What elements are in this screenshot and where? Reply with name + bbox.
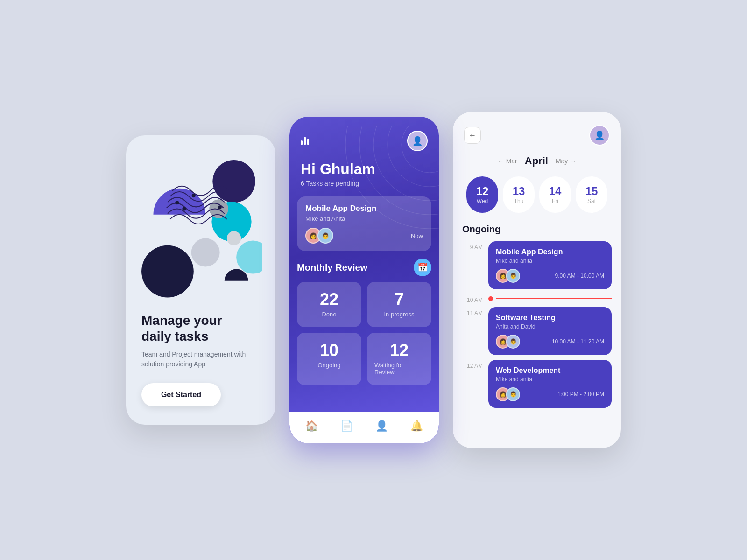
screen1-text: Manage yourdaily tasks Team and Project …: [139, 313, 262, 406]
date-day-15: Sat: [587, 198, 596, 204]
greeting-title: Hi Ghulam: [301, 161, 428, 178]
date-12[interactable]: 12 Wed: [466, 176, 498, 213]
svg-point-2: [212, 160, 255, 203]
scard-footer-3: 👩 👨 1:00 PM - 2:00 PM: [496, 387, 604, 401]
date-row: 12 Wed 13 Thu 14 Fri 15 Sat: [453, 174, 621, 221]
review-title: Monthly Review: [297, 262, 367, 273]
stat-inprogress-label: In progress: [384, 311, 414, 318]
date-14[interactable]: 14 Fri: [539, 176, 571, 213]
bottom-nav: 🏠 📄 👤 🔔: [289, 412, 439, 443]
review-section: Monthly Review 📅 22 Done 7 In progress 1…: [297, 259, 431, 385]
svg-point-5: [191, 238, 220, 266]
nav-user-icon[interactable]: 👤: [375, 420, 388, 432]
review-header: Monthly Review 📅: [297, 259, 431, 276]
scard-footer-1: 👩 👨 9.00 AM - 10.00 AM: [496, 269, 604, 283]
screen1-title: Manage yourdaily tasks: [141, 313, 260, 344]
date-day-13: Thu: [514, 198, 524, 204]
get-started-button[interactable]: Get Started: [141, 383, 221, 406]
schedule-row-11am: 11 AM Software Testing Anita and David 👩…: [462, 307, 612, 360]
back-button[interactable]: ←: [464, 127, 481, 144]
stat-ongoing-number: 10: [320, 342, 338, 359]
nav-home-icon[interactable]: 🏠: [305, 420, 318, 432]
stat-done-number: 22: [320, 291, 338, 308]
bar-chart-icon[interactable]: [301, 137, 309, 145]
user-avatar-cal[interactable]: 👤: [589, 125, 610, 146]
scard-avatar-2b: 👨: [506, 335, 520, 349]
now-badge: Now: [411, 232, 423, 239]
timeline-current: 10 AM: [462, 294, 612, 303]
stat-inprogress-number: 7: [395, 291, 404, 308]
stats-grid: 22 Done 7 In progress 10 Ongoing 12 Wait…: [297, 282, 431, 385]
scard-sub-1: Mike and anita: [496, 258, 604, 264]
scard-sub-3: Mike and anita: [496, 376, 604, 383]
screen2-dashboard: 👤 Hi Ghulam 6 Tasks are pending Mobile A…: [289, 117, 439, 443]
current-time-line: [488, 296, 612, 301]
time-11am: 11 AM: [462, 307, 483, 360]
month-navigation: ← Mar April May →: [453, 152, 621, 174]
stat-ongoing-label: Ongoing: [317, 362, 340, 369]
ongoing-section: Ongoing 9 AM Mobile App Design Mike and …: [453, 221, 621, 448]
task-avatar-group: 👩 👨: [305, 228, 330, 244]
schedule-web-dev[interactable]: Web Development Mike and anita 👩 👨 1:00 …: [488, 360, 612, 408]
scard-avatars-2: 👩 👨: [496, 335, 516, 349]
nav-bell-icon[interactable]: 🔔: [410, 420, 423, 432]
date-13[interactable]: 13 Thu: [503, 176, 535, 213]
date-15[interactable]: 15 Sat: [576, 176, 607, 213]
current-month: April: [525, 155, 548, 167]
scard-avatar-1b: 👨: [506, 269, 520, 283]
stat-ongoing: 10 Ongoing: [297, 333, 361, 385]
stat-waiting-number: 12: [390, 342, 409, 359]
time-9am: 9 AM: [462, 241, 483, 294]
date-num-13: 13: [513, 185, 525, 198]
current-dot: [488, 296, 493, 301]
screen3-calendar: ← 👤 ← Mar April May → 12 Wed 13 Thu 14 F…: [453, 112, 621, 448]
date-day-12: Wed: [477, 198, 488, 204]
schedule-mobile-app[interactable]: Mobile App Design Mike and anita 👩 👨 9.0…: [488, 241, 612, 289]
user-avatar[interactable]: 👤: [407, 131, 428, 151]
greeting-subtitle: 6 Tasks are pending: [301, 180, 428, 187]
scard-footer-2: 👩 👨 10.00 AM - 11.20 AM: [496, 335, 604, 349]
schedule-software-testing[interactable]: Software Testing Anita and David 👩 👨 10.…: [488, 307, 612, 355]
task-card[interactable]: Mobile App Design Mike and Anita 👩 👨 Now: [297, 196, 431, 251]
prev-month-arrow[interactable]: ← Mar: [498, 157, 517, 165]
svg-point-7: [227, 231, 241, 245]
svg-point-10: [192, 194, 196, 197]
stat-waiting-label: Waiting for Review: [374, 362, 424, 376]
next-month-arrow[interactable]: May →: [556, 157, 576, 165]
scard-sub-2: Anita and David: [496, 323, 604, 330]
avatar-2: 👨: [317, 228, 333, 244]
scard-time-1: 9.00 AM - 10.00 AM: [555, 273, 604, 279]
screen2-body: Mobile App Design Mike and Anita 👩 👨 Now…: [289, 196, 439, 412]
screen2-header: 👤: [289, 117, 439, 156]
stat-waiting: 12 Waiting for Review: [367, 333, 431, 385]
scard-avatars-3: 👩 👨: [496, 387, 516, 401]
current-red-line: [496, 298, 612, 299]
time-12am: 12 AM: [462, 360, 483, 413]
date-num-12: 12: [476, 185, 489, 198]
date-num-14: 14: [549, 185, 562, 198]
scard-title-1: Mobile App Design: [496, 248, 604, 256]
scard-title-3: Web Development: [496, 366, 604, 375]
svg-point-9: [182, 207, 186, 210]
schedule-row-12am: 12 AM Web Development Mike and anita 👩 👨…: [462, 360, 612, 413]
task-footer: 👩 👨 Now: [305, 228, 423, 244]
next-month-label: May: [556, 157, 568, 165]
svg-point-8: [175, 201, 179, 204]
scard-time-2: 10.00 AM - 11.20 AM: [552, 338, 604, 345]
screen1-onboarding: Manage yourdaily tasks Team and Project …: [126, 135, 275, 425]
task-members: Mike and Anita: [305, 215, 423, 222]
screen1-subtitle: Team and Project management with solutio…: [141, 350, 260, 369]
stat-done: 22 Done: [297, 282, 361, 327]
date-day-14: Fri: [552, 198, 558, 204]
stat-done-label: Done: [322, 311, 336, 318]
svg-point-11: [218, 205, 222, 209]
illustration: [139, 149, 262, 299]
time-10am: 10 AM: [462, 294, 483, 303]
svg-point-1: [141, 245, 194, 298]
task-title: Mobile App Design: [305, 204, 423, 213]
calendar-icon-btn[interactable]: 📅: [414, 259, 431, 276]
date-num-15: 15: [585, 185, 598, 198]
screen3-header: ← 👤: [453, 112, 621, 152]
screens-container: Manage yourdaily tasks Team and Project …: [126, 112, 621, 448]
nav-doc-icon[interactable]: 📄: [340, 420, 353, 432]
